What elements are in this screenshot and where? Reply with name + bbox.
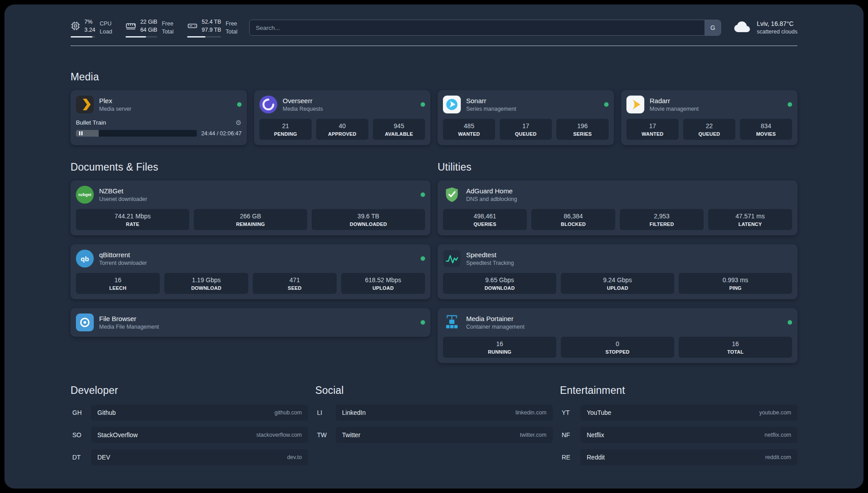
bookmark-name: YouTube: [587, 409, 611, 416]
plex-icon: [76, 96, 94, 113]
memory-usage-bar: [125, 36, 157, 38]
stat-wanted: 485 WANTED: [443, 119, 495, 140]
stat-pending: 21 PENDING: [259, 119, 312, 140]
bookmark-abbr: NF: [560, 431, 580, 439]
disk-free: 52.4 TB: [202, 18, 221, 26]
app-card-nzbget[interactable]: nzbget NZBGet Usenet downloader 744.21 M…: [71, 180, 430, 235]
app-description: Container management: [466, 324, 525, 330]
section-title-developer: Developer: [71, 384, 308, 397]
media-card-grid: Plex Media server Bullet Train ⚙ 24:44 /…: [71, 90, 797, 145]
section-title-documents: Documents & Files: [71, 161, 430, 173]
cpu-load-value: 3.24: [84, 26, 95, 34]
cpu-resource-widget: 7% 3.24 CPU Load: [71, 18, 112, 38]
app-card-overseerr[interactable]: Overseerr Media Requests 21 PENDING 40 A…: [254, 90, 430, 145]
app-name: Radarr: [650, 97, 699, 104]
search-bar: G: [249, 20, 721, 36]
memory-icon: [125, 21, 136, 31]
app-name: Speedtest: [466, 251, 514, 259]
bookmark-abbr: LI: [315, 409, 336, 416]
app-card-speedtest[interactable]: Speedtest Speedtest Tracking 9.65 Gbps D…: [438, 244, 797, 299]
search-provider-button[interactable]: G: [705, 20, 721, 35]
app-card-radarr[interactable]: Radarr Movie management 17 WANTED 22 QUE…: [621, 90, 797, 145]
stat-series: 196 SERIES: [556, 119, 609, 140]
status-dot: [604, 102, 609, 107]
bookmark-name: Twitter: [342, 431, 360, 439]
bookmark-dev[interactable]: DT DEV dev.to: [71, 449, 308, 465]
app-description: Movie management: [650, 106, 699, 112]
weather-widget: Lviv, 16.87°C scattered clouds: [733, 20, 797, 36]
utilities-column: Utilities AdGuard Home DNS and adblockin…: [438, 161, 797, 363]
stat-approved: 40 APPROVED: [316, 119, 368, 140]
app-name: Overseerr: [283, 97, 323, 104]
header-divider: [71, 46, 797, 46]
status-dot: [788, 102, 792, 107]
disk-icon: [187, 21, 198, 31]
bookmark-reddit[interactable]: RE Reddit reddit.com: [560, 449, 797, 465]
app-name: File Browser: [99, 315, 159, 322]
filebrowser-icon: [76, 313, 94, 331]
memory-total: 64 GiB: [140, 26, 157, 34]
disk-label-bottom: Total: [225, 28, 237, 36]
sonarr-icon: [443, 96, 461, 113]
radarr-icon: [626, 96, 644, 113]
stat-rate: 744.21 Mbps RATE: [76, 209, 189, 230]
weather-description: scattered clouds: [757, 28, 797, 36]
app-card-plex[interactable]: Plex Media server Bullet Train ⚙ 24:44 /…: [71, 90, 247, 145]
bookmark-url: github.com: [275, 409, 302, 416]
playback-time: 24:44 / 02:06:47: [201, 130, 242, 137]
playback-progress-bar[interactable]: [76, 130, 197, 137]
app-name: Plex: [99, 97, 131, 104]
app-name: AdGuard Home: [466, 187, 517, 195]
stat-queued: 22 QUEUED: [683, 119, 735, 140]
stat-stopped: 0 STOPPED: [561, 337, 674, 358]
stat-queries: 498,461 QUERIES: [443, 209, 527, 230]
qbittorrent-icon: qb: [76, 250, 94, 267]
section-title-entertainment: Entertainment: [560, 384, 797, 397]
app-name: Sonarr: [466, 97, 516, 104]
app-description: Torrent downloader: [99, 260, 147, 266]
app-description: DNS and adblocking: [466, 196, 517, 202]
cpu-usage-bar: [71, 36, 95, 38]
app-card-filebrowser[interactable]: File Browser Media File Management: [71, 308, 430, 337]
bookmark-netflix[interactable]: NF Netflix netflix.com: [560, 427, 797, 443]
dashboard-page: 7% 3.24 CPU Load: [4, 4, 864, 489]
disk-total: 97.9 TB: [202, 26, 221, 34]
cpu-label-bottom: Load: [100, 28, 112, 36]
bookmark-github[interactable]: GH Github github.com: [71, 405, 308, 421]
cpu-label-top: CPU: [100, 20, 112, 28]
stat-blocked: 86,384 BLOCKED: [531, 209, 615, 230]
window-frame: 7% 3.24 CPU Load: [0, 0, 868, 493]
memory-label-top: Free: [162, 20, 173, 28]
stat-running: 16 RUNNING: [443, 337, 556, 358]
app-name: qBittorrent: [99, 251, 147, 259]
app-name: Media Portainer: [466, 315, 525, 322]
bookmark-twitter[interactable]: TW Twitter twitter.com: [315, 427, 553, 443]
stat-upload: 618.52 Mbps UPLOAD: [341, 273, 425, 294]
bookmark-group-social: Social LI LinkedIn linkedin.com TW Twitt…: [315, 384, 553, 472]
section-title-media: Media: [71, 71, 797, 83]
bookmark-name: Netflix: [587, 431, 604, 439]
app-card-qbittorrent[interactable]: qb qBittorrent Torrent downloader 16 LEE…: [71, 244, 430, 299]
bookmark-stackoverflow[interactable]: SO StackOverflow stackoverflow.com: [71, 427, 308, 443]
bookmark-youtube[interactable]: YT YouTube youtube.com: [560, 405, 797, 421]
stat-wanted: 17 WANTED: [626, 119, 679, 140]
bookmark-url: stackoverflow.com: [256, 432, 302, 438]
search-input[interactable]: [250, 20, 705, 35]
resource-widgets: 7% 3.24 CPU Load: [71, 18, 238, 38]
stat-total: 16 TOTAL: [679, 337, 792, 358]
portainer-icon: [443, 313, 461, 331]
stat-latency: 47.571 ms LATENCY: [708, 209, 792, 230]
widget-settings-icon[interactable]: ⚙: [236, 119, 242, 126]
bookmark-linkedin[interactable]: LI LinkedIn linkedin.com: [315, 405, 553, 421]
app-description: Media server: [99, 106, 131, 112]
now-playing-title: Bullet Train: [76, 119, 106, 126]
app-card-portainer[interactable]: Media Portainer Container management 16 …: [438, 308, 797, 363]
app-card-sonarr[interactable]: Sonarr Series management 485 WANTED 17 Q…: [438, 90, 614, 145]
status-dot: [788, 320, 792, 325]
pause-icon[interactable]: [79, 131, 83, 135]
cpu-percent: 7%: [84, 18, 95, 26]
stat-remaining: 266 GB REMAINING: [194, 209, 307, 230]
app-description: Series management: [466, 106, 516, 112]
app-card-adguard[interactable]: AdGuard Home DNS and adblocking 498,461 …: [438, 180, 797, 235]
documents-column: Documents & Files nzbget NZBGet Usenet d…: [71, 161, 430, 363]
